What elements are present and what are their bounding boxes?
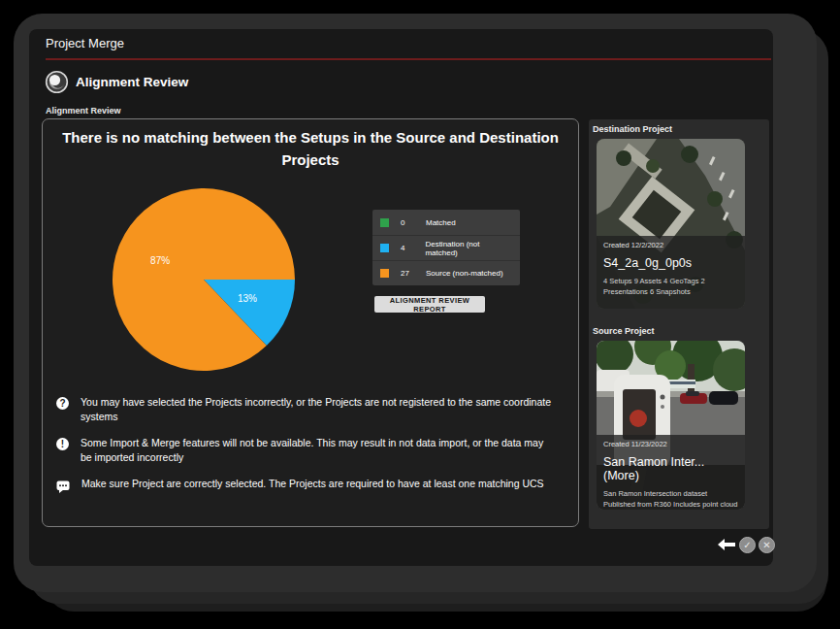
created-date: Created 12/2/2022	[603, 241, 738, 249]
back-arrow-icon	[718, 539, 735, 550]
project-title: S4_2a_0g_0p0s	[603, 256, 738, 270]
legend-label: Source (non-matched)	[426, 269, 503, 278]
back-button[interactable]	[717, 538, 735, 551]
destination-project-card[interactable]: Created 12/2/2022 S4_2a_0g_0p0s 4 Setups…	[597, 139, 745, 309]
section-title: Alignment Review	[76, 75, 188, 89]
card-info-overlay: Created 12/2/2022 S4_2a_0g_0p0s 4 Setups…	[597, 236, 745, 309]
created-date: Created 11/23/2022	[603, 440, 738, 448]
project-merge-dialog: Project Merge Alignment Review Alignment…	[29, 29, 773, 566]
legend-swatch-destination	[380, 244, 389, 252]
chart-legend: 0 Matched 4 Destination (not matched) 27…	[372, 210, 520, 285]
confirm-button[interactable]: ✓	[739, 537, 756, 553]
panel-heading: There is no matching between the Setups …	[62, 126, 559, 171]
alignment-review-panel: There is no matching between the Setups …	[42, 118, 579, 527]
advisory-messages: ? You may have selected the Projects inc…	[56, 395, 557, 510]
message-text: Some Import & Merge features will not be…	[81, 436, 552, 464]
message-row: ? You may have selected the Projects inc…	[56, 395, 557, 423]
legend-count: 4	[401, 244, 425, 252]
alignment-pie-chart: 13%87%	[112, 187, 296, 372]
title-divider	[46, 58, 771, 60]
destination-project-label: Destination Project	[593, 124, 672, 134]
pie-slice-label: 13%	[238, 293, 257, 304]
alignment-review-icon	[45, 70, 69, 94]
message-text: You may have selected the Projects incor…	[81, 395, 552, 423]
project-details: 4 Setups 9 Assets 4 GeoTags 2 Presentati…	[603, 277, 738, 297]
legend-swatch-source	[380, 269, 389, 278]
project-details: San Ramon Intersection dataset Published…	[603, 489, 738, 510]
legend-row-destination: 4 Destination (not matched)	[372, 235, 520, 260]
legend-label: Matched	[426, 218, 456, 227]
card-info-overlay: Created 11/23/2022 San Ramon Inter... (M…	[597, 435, 745, 510]
alert-icon: !	[56, 438, 69, 450]
legend-row-source: 27 Source (non-matched)	[372, 260, 520, 285]
alignment-review-panel-label: Alignment Review	[46, 106, 121, 116]
legend-count: 0	[401, 218, 426, 227]
help-icon: ?	[56, 397, 69, 410]
cancel-button[interactable]: ✕	[759, 537, 775, 553]
message-text: Make sure Project are correctly selected…	[81, 477, 553, 491]
pie-slice-label: 87%	[150, 255, 170, 266]
message-row: ! Some Import & Merge features will not …	[56, 436, 557, 464]
legend-row-matched: 0 Matched	[372, 210, 520, 235]
legend-swatch-matched	[380, 218, 389, 227]
source-project-card[interactable]: Created 11/23/2022 San Ramon Inter... (M…	[597, 341, 745, 510]
project-title: San Ramon Inter... (More)	[603, 455, 738, 482]
message-row: Make sure Project are correctly selected…	[56, 477, 557, 497]
projects-sidebar: Destination Project	[589, 119, 769, 529]
legend-label: Destination (not matched)	[425, 240, 512, 257]
dialog-title: Project Merge	[46, 36, 124, 50]
alignment-review-report-button[interactable]: ALIGNMENT REVIEW REPORT	[374, 296, 485, 313]
screen-background: Project Merge Alignment Review Alignment…	[0, 0, 840, 629]
source-project-label: Source Project	[593, 326, 655, 336]
legend-count: 27	[401, 269, 426, 278]
comment-icon	[56, 480, 70, 497]
